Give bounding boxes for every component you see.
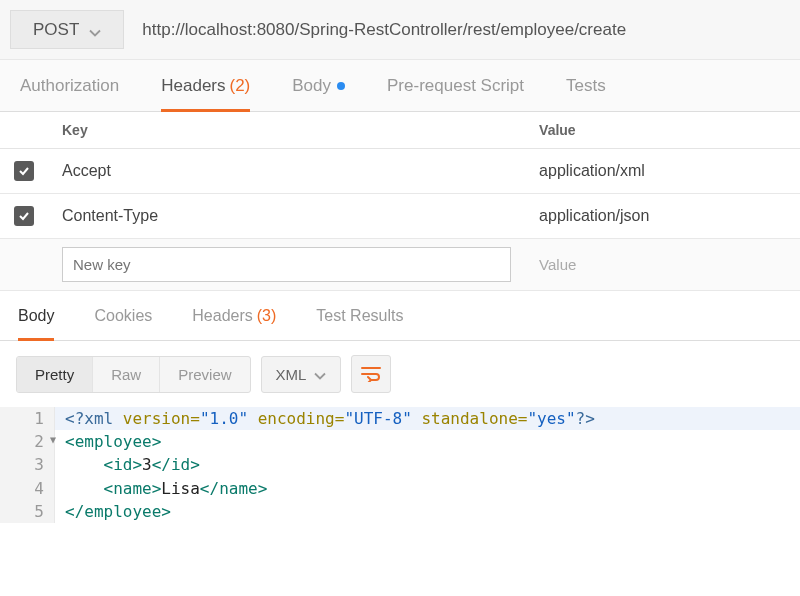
- response-tabs: Body Cookies Headers (3) Test Results: [0, 291, 800, 341]
- line-wrap-button[interactable]: [351, 355, 391, 393]
- code-line: 3 <id>3</id>: [0, 453, 800, 476]
- line-number: 3: [0, 453, 55, 476]
- response-tab-body[interactable]: Body: [18, 291, 54, 340]
- code-line: 4 <name>Lisa</name>: [0, 477, 800, 500]
- response-tab-headers[interactable]: Headers (3): [192, 291, 276, 340]
- response-tab-cookies[interactable]: Cookies: [94, 291, 152, 340]
- view-mode-segment: Pretty Raw Preview: [16, 356, 251, 393]
- new-value-placeholder[interactable]: Value: [539, 256, 576, 273]
- row-checkbox[interactable]: [14, 206, 34, 226]
- table-row: Accept application/xml: [0, 149, 800, 194]
- code-line: 5 </employee>: [0, 500, 800, 523]
- request-bar: POST: [0, 0, 800, 60]
- header-key-cell[interactable]: Accept: [48, 149, 525, 194]
- table-row: Content-Type application/json: [0, 194, 800, 239]
- code-line: 1 <?xml version="1.0" encoding="UTF-8" s…: [0, 407, 800, 430]
- tab-headers[interactable]: Headers (2): [161, 60, 250, 111]
- format-select[interactable]: XML: [261, 356, 342, 393]
- view-raw[interactable]: Raw: [93, 357, 160, 392]
- line-number: 4: [0, 477, 55, 500]
- new-header-row: Value: [0, 239, 800, 291]
- chevron-down-icon: [89, 24, 101, 36]
- format-label: XML: [276, 366, 307, 383]
- header-value-cell[interactable]: application/json: [525, 194, 800, 239]
- fold-icon[interactable]: ▼: [50, 433, 56, 448]
- tab-tests[interactable]: Tests: [566, 60, 606, 111]
- col-key: Key: [48, 112, 525, 149]
- wrap-icon: [361, 366, 381, 382]
- headers-table: Key Value Accept application/xml Content…: [0, 112, 800, 291]
- header-key-cell[interactable]: Content-Type: [48, 194, 525, 239]
- tab-authorization[interactable]: Authorization: [20, 60, 119, 111]
- url-input[interactable]: [124, 0, 800, 59]
- response-body-code[interactable]: 1 <?xml version="1.0" encoding="UTF-8" s…: [0, 407, 800, 523]
- http-method-label: POST: [33, 20, 79, 40]
- chevron-down-icon: [314, 368, 326, 380]
- body-toolbar: Pretty Raw Preview XML: [0, 341, 800, 407]
- line-number: 1: [0, 407, 55, 430]
- response-tab-test-results[interactable]: Test Results: [316, 291, 403, 340]
- line-number: 5: [0, 500, 55, 523]
- header-value-cell[interactable]: application/xml: [525, 149, 800, 194]
- view-pretty[interactable]: Pretty: [17, 357, 93, 392]
- request-tabs: Authorization Headers (2) Body Pre-reque…: [0, 60, 800, 112]
- col-checkbox: [0, 112, 48, 149]
- http-method-select[interactable]: POST: [10, 10, 124, 49]
- headers-count: (2): [230, 76, 251, 96]
- code-line: 2▼ <employee>: [0, 430, 800, 453]
- line-number: 2▼: [0, 430, 55, 453]
- col-value: Value: [525, 112, 800, 149]
- response-headers-count: (3): [257, 307, 277, 325]
- row-checkbox[interactable]: [14, 161, 34, 181]
- tab-body[interactable]: Body: [292, 60, 345, 111]
- new-key-input[interactable]: [62, 247, 511, 282]
- body-modified-dot-icon: [337, 82, 345, 90]
- tab-prerequest-script[interactable]: Pre-request Script: [387, 60, 524, 111]
- view-preview[interactable]: Preview: [160, 357, 249, 392]
